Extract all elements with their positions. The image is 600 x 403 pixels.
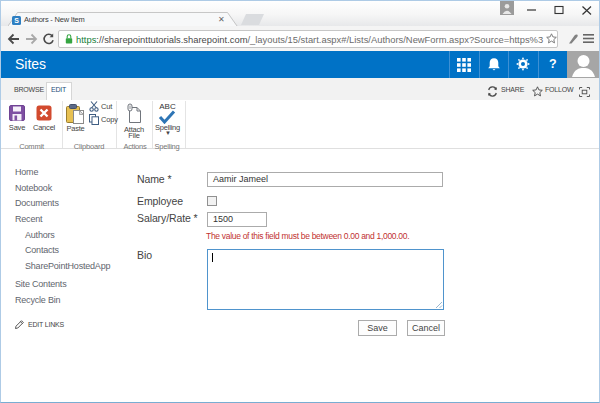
svg-text:S: S [14,17,19,24]
